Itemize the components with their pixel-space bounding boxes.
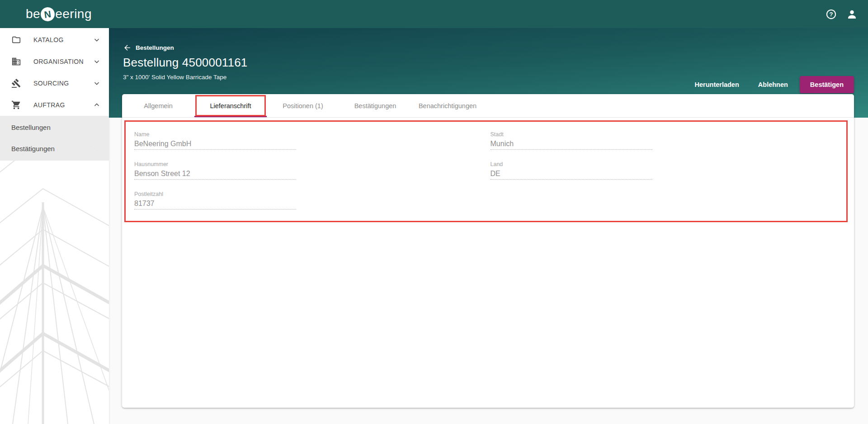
hausnummer-input[interactable]: Benson Street 12 bbox=[134, 170, 296, 180]
active-tab-indicator bbox=[194, 116, 267, 117]
chevron-down-icon bbox=[93, 36, 101, 44]
help-icon[interactable]: ? bbox=[825, 8, 837, 20]
sidebar-item-label: SOURCING bbox=[33, 80, 69, 87]
land-input[interactable]: DE bbox=[491, 170, 652, 180]
chevron-down-icon bbox=[93, 57, 101, 66]
name-field: Name BeNeering GmbH bbox=[134, 131, 296, 150]
confirm-button[interactable]: Bestätigen bbox=[800, 76, 854, 93]
tab-bar: Allgemein Lieferanschrift Positionen (1)… bbox=[122, 94, 854, 118]
sidebar-item-organisation[interactable]: ORGANISATION bbox=[0, 51, 109, 72]
tab-bestaetigungen[interactable]: Bestätigungen bbox=[339, 94, 411, 117]
name-input[interactable]: BeNeering GmbH bbox=[134, 140, 296, 150]
field-label: Hausnummer bbox=[134, 161, 296, 167]
tab-lieferanschrift[interactable]: Lieferanschrift bbox=[194, 94, 267, 117]
land-field: Land DE bbox=[491, 161, 652, 180]
order-detail-card: Allgemein Lieferanschrift Positionen (1)… bbox=[122, 94, 854, 408]
field-label: Land bbox=[491, 161, 652, 167]
building-artwork bbox=[0, 143, 109, 424]
page-title: Bestellung 4500001161 bbox=[123, 56, 854, 70]
logo-n-icon: N bbox=[40, 6, 56, 22]
folder-icon bbox=[11, 35, 21, 45]
tab-label: Lieferanschrift bbox=[210, 102, 251, 110]
postleitzahl-field: Postleitzahl 81737 bbox=[134, 191, 296, 210]
sidebar-item-label: AUFTRAG bbox=[33, 101, 65, 109]
sidebar-item-sourcing[interactable]: SOURCING bbox=[0, 72, 109, 94]
auftrag-submenu: Bestellungen Bestätigungen bbox=[0, 116, 109, 161]
sidebar-item-label: ORGANISATION bbox=[33, 58, 84, 65]
download-button[interactable]: Herunterladen bbox=[687, 76, 746, 93]
logo-text-before: be bbox=[26, 7, 40, 21]
field-label: Postleitzahl bbox=[134, 191, 296, 197]
stadt-field: Stadt Munich bbox=[491, 131, 652, 150]
postleitzahl-input[interactable]: 81737 bbox=[134, 200, 296, 210]
arrow-left-icon bbox=[123, 43, 132, 52]
field-label: Name bbox=[134, 131, 296, 138]
sidebar: KATALOG ORGANISATION SOURCING bbox=[0, 28, 109, 424]
stadt-input[interactable]: Munich bbox=[491, 140, 652, 150]
sidebar-item-bestaetigungen[interactable]: Bestätigungen bbox=[0, 138, 109, 159]
logo-text-after: eering bbox=[55, 7, 92, 21]
sidebar-item-label: KATALOG bbox=[33, 36, 64, 43]
header-actions: Herunterladen Ablehnen Bestätigen bbox=[687, 76, 854, 93]
svg-text:?: ? bbox=[829, 10, 833, 17]
field-label: Stadt bbox=[491, 131, 652, 138]
chevron-down-icon bbox=[93, 79, 101, 87]
annotation-rectangle-form: Name BeNeering GmbH Stadt Munich Hausnum… bbox=[124, 120, 848, 222]
cart-icon bbox=[11, 100, 21, 110]
chevron-up-icon bbox=[93, 101, 101, 109]
reject-button[interactable]: Ablehnen bbox=[751, 76, 795, 93]
sidebar-item-auftrag[interactable]: AUFTRAG bbox=[0, 94, 109, 116]
sidebar-item-katalog[interactable]: KATALOG bbox=[0, 29, 109, 51]
back-link-label: Bestellungen bbox=[136, 44, 174, 51]
building-icon bbox=[11, 57, 21, 67]
tab-benachrichtigungen[interactable]: Benachrichtigungen bbox=[411, 94, 484, 117]
beneering-logo[interactable]: beNeering bbox=[0, 7, 92, 21]
back-link[interactable]: Bestellungen bbox=[123, 43, 174, 52]
gavel-icon bbox=[11, 78, 21, 88]
main-content: Bestellungen Bestellung 4500001161 3" x … bbox=[109, 28, 868, 424]
tab-positionen[interactable]: Positionen (1) bbox=[267, 94, 339, 117]
tab-allgemein[interactable]: Allgemein bbox=[122, 94, 194, 117]
sidebar-item-bestellungen[interactable]: Bestellungen bbox=[0, 117, 109, 138]
hausnummer-field: Hausnummer Benson Street 12 bbox=[134, 161, 296, 180]
top-app-bar: beNeering ? bbox=[0, 0, 868, 28]
account-icon[interactable] bbox=[845, 8, 858, 20]
